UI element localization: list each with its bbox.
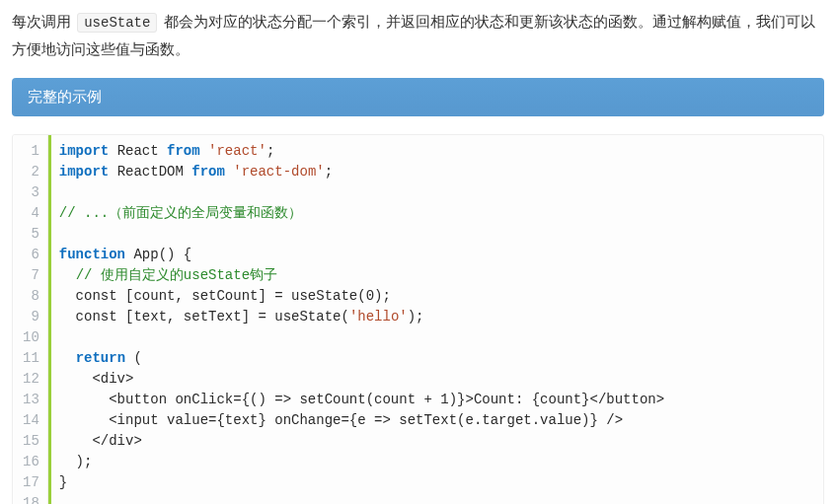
- code-token: <div>: [59, 371, 134, 387]
- code-token: const [count, setCount] = useState(0);: [59, 288, 391, 304]
- code-token: import: [59, 164, 109, 180]
- code-body: import React from 'react';import ReactDO…: [48, 135, 823, 504]
- code-line: // ...（前面定义的全局变量和函数）: [59, 203, 811, 224]
- code-token: return: [76, 350, 125, 366]
- line-number: 4: [23, 203, 39, 224]
- code-token: // 使用自定义的useState钩子: [76, 267, 277, 283]
- code-block: 12345678910111213141516171819 import Rea…: [12, 134, 824, 504]
- code-token: [200, 143, 208, 159]
- code-token: ReactDOM: [109, 164, 191, 180]
- line-number: 13: [23, 390, 39, 410]
- line-number: 5: [23, 224, 39, 245]
- code-line: import ReactDOM from 'react-dom';: [59, 162, 811, 182]
- intro-prefix: 每次调用: [12, 13, 75, 30]
- code-line: );: [59, 452, 811, 472]
- line-number: 7: [23, 265, 39, 286]
- line-number: 11: [23, 348, 39, 369]
- code-token: </div>: [59, 433, 142, 449]
- intro-paragraph: 每次调用 useState 都会为对应的状态分配一个索引，并返回相应的状态和更新…: [12, 8, 824, 62]
- line-number: 12: [23, 369, 39, 390]
- code-gutter: 12345678910111213141516171819: [13, 135, 48, 504]
- code-token: App() {: [125, 247, 191, 262]
- callout-title: 完整的示例: [28, 88, 102, 105]
- code-line: [59, 493, 811, 504]
- code-token: );: [59, 454, 93, 469]
- code-token: (: [125, 350, 142, 366]
- code-token: }: [59, 474, 67, 490]
- code-token: ;: [266, 143, 274, 159]
- line-number: 9: [23, 307, 39, 327]
- code-token: [59, 350, 76, 366]
- code-token: <button onClick={() => setCount(count + …: [59, 392, 664, 407]
- code-token: <input value={text} onChange={e => setTe…: [59, 412, 623, 428]
- code-line: </div>: [59, 431, 811, 452]
- code-token: import: [59, 143, 109, 159]
- code-line: [59, 182, 811, 203]
- code-line: [59, 327, 811, 348]
- code-token: [59, 267, 76, 283]
- line-number: 2: [23, 162, 39, 182]
- code-token: 'hello': [349, 309, 408, 324]
- line-number: 10: [23, 327, 39, 348]
- line-number: 16: [23, 452, 39, 472]
- line-number: 15: [23, 431, 39, 452]
- code-token: from: [191, 164, 225, 180]
- line-number: 14: [23, 410, 39, 431]
- code-line: function App() {: [59, 245, 811, 265]
- line-number: 17: [23, 472, 39, 493]
- code-token: const [text, setText] = useState(: [59, 309, 349, 324]
- code-token: 'react-dom': [233, 164, 324, 180]
- code-line: <button onClick={() => setCount(count + …: [59, 390, 811, 410]
- code-token: );: [408, 309, 424, 324]
- line-number: 1: [23, 141, 39, 162]
- code-line: return (: [59, 348, 811, 369]
- line-number: 3: [23, 182, 39, 203]
- callout-example-header: 完整的示例: [12, 78, 824, 116]
- code-token: React: [109, 143, 167, 159]
- code-line: const [text, setText] = useState('hello'…: [59, 307, 811, 327]
- code-line: const [count, setCount] = useState(0);: [59, 286, 811, 307]
- code-line: }: [59, 472, 811, 493]
- code-token: [225, 164, 233, 180]
- code-line: // 使用自定义的useState钩子: [59, 265, 811, 286]
- code-token: ;: [325, 164, 333, 180]
- code-line: import React from 'react';: [59, 141, 811, 162]
- code-token: from: [167, 143, 200, 159]
- line-number: 8: [23, 286, 39, 307]
- inline-code-usestate: useState: [77, 13, 157, 33]
- code-token: function: [59, 247, 125, 262]
- code-line: <input value={text} onChange={e => setTe…: [59, 410, 811, 431]
- code-line: [59, 224, 811, 245]
- code-line: <div>: [59, 369, 811, 390]
- line-number: 18: [23, 493, 39, 504]
- code-token: 'react': [208, 143, 266, 159]
- line-number: 6: [23, 245, 39, 265]
- code-token: // ...（前面定义的全局变量和函数）: [59, 205, 302, 221]
